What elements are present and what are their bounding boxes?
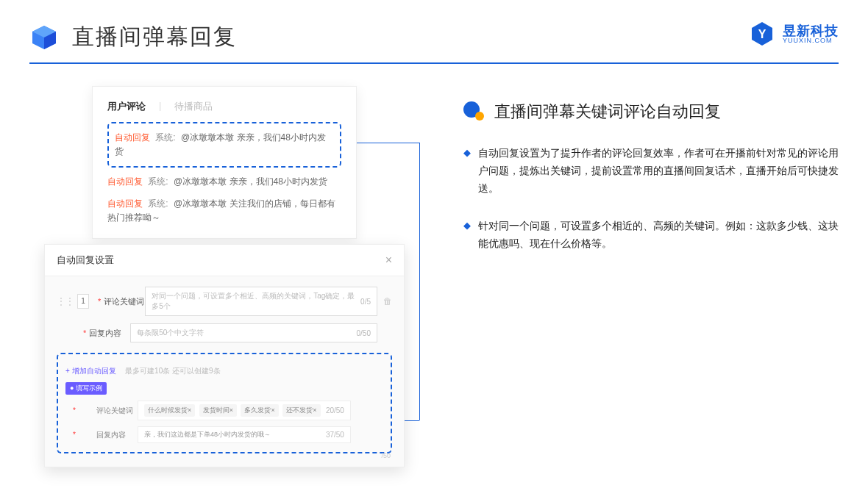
card-tabs: 用户评论 | 待播商品	[107, 100, 341, 113]
required-mark: *	[73, 406, 76, 415]
chip[interactable]: 发货时间×	[199, 404, 237, 417]
overflow-count: /50	[381, 452, 391, 459]
right-panel: 直播间弹幕关键词评论自动回复 ◆ 自动回复设置为了提升作者的评论回复效率，作者可…	[412, 86, 839, 273]
brand-cn: 昱新科技	[783, 24, 839, 37]
highlighted-reply: 自动回复 系统: @冰墩墩本墩 亲亲，我们48小时内发货	[107, 122, 341, 168]
chip[interactable]: 多久发货×	[241, 404, 278, 417]
bullet-text: 自动回复设置为了提升作者的评论回复效率，作者可在开播前针对常见的评论用户问题，提…	[478, 145, 839, 197]
bullet-item: ◆ 自动回复设置为了提升作者的评论回复效率，作者可在开播前针对常见的评论用户问题…	[463, 145, 839, 197]
ex-reply-text: 亲，我们这边都是下单48小时内发货的哦～	[144, 430, 271, 439]
system-tag: 系统:	[148, 198, 168, 209]
char-count: 20/50	[326, 406, 344, 415]
connector-line	[404, 420, 419, 421]
brand-en: YUUXIN.COM	[783, 37, 839, 44]
index-badge: 1	[77, 294, 89, 309]
left-panel: 用户评论 | 待播商品 自动回复 系统: @冰墩墩本墩 亲亲，我们48小时内发货…	[44, 86, 412, 273]
svg-text:Y: Y	[758, 28, 766, 40]
example-badge: ● 填写示例	[65, 382, 107, 395]
reply-label: 回复内容	[89, 328, 130, 339]
diamond-icon: ◆	[463, 220, 471, 253]
required-mark: *	[73, 431, 76, 439]
connector-line	[419, 143, 420, 420]
card-body: ⋮⋮ 1 * 评论关键词 对同一个问题，可设置多个相近、高频的关键词，Tag确定…	[45, 276, 404, 467]
add-hint: 最多可建10条 还可以创建9条	[125, 367, 220, 375]
chip-list: 什么时候发货× 发货时间× 多久发货× 还不发货×	[144, 404, 323, 417]
chip[interactable]: 什么时候发货×	[144, 404, 195, 417]
reply-input[interactable]: 每条限50个中文字符 0/50	[130, 323, 377, 342]
comment-line: 自动回复 系统: @冰墩墩本墩 亲亲，我们48小时内发货	[115, 131, 334, 159]
keyword-row: ⋮⋮ 1 * 评论关键词 对同一个问题，可设置多个相近、高频的关键词，Tag确定…	[57, 287, 392, 316]
comment-text: @冰墩墩本墩 亲亲，我们48小时内发货	[174, 176, 327, 187]
chip[interactable]: 还不发货×	[282, 404, 320, 417]
bubble-icon	[463, 101, 484, 122]
tab-divider: |	[159, 100, 161, 113]
diamond-icon: ◆	[463, 147, 471, 197]
comment-line: 自动回复 系统: @冰墩墩本墩 亲亲，我们48小时内发货	[107, 175, 341, 189]
char-count: 0/50	[357, 329, 371, 337]
example-box: + 增加自动回复 最多可建10条 还可以创建9条 ● 填写示例 * 评论关键词 …	[57, 353, 392, 453]
connector-line	[357, 143, 419, 143]
required-mark: *	[98, 297, 101, 306]
section-title-row: 直播间弹幕关键词评论自动回复	[463, 101, 839, 123]
keyword-label: 评论关键词	[104, 296, 145, 307]
drag-handle-icon[interactable]: ⋮⋮	[57, 296, 74, 306]
ex-keyword-label: 评论关键词	[96, 406, 138, 416]
bullet-text: 针对同一个问题，可设置多个相近的、高频的关键词。例如：这款多少钱、这块能优惠吗、…	[478, 218, 839, 253]
cube-icon	[29, 23, 59, 52]
bullet-item: ◆ 针对同一个问题，可设置多个相近的、高频的关键词。例如：这款多少钱、这块能优惠…	[463, 218, 839, 253]
example-keyword-row: * 评论关键词 什么时候发货× 发货时间× 多久发货× 还不发货× 20/50	[65, 401, 383, 420]
close-icon[interactable]: ×	[385, 254, 392, 267]
char-count: 0/5	[360, 298, 371, 306]
page-title: 直播间弹幕回复	[72, 22, 237, 52]
comments-card: 用户评论 | 待播商品 自动回复 系统: @冰墩墩本墩 亲亲，我们48小时内发货…	[92, 86, 357, 239]
system-tag: 系统:	[148, 176, 168, 187]
auto-reply-tag: 自动回复	[115, 132, 150, 143]
tab-user-comments[interactable]: 用户评论	[107, 100, 146, 113]
comment-line: 自动回复 系统: @冰墩墩本墩 关注我们的店铺，每日都有热门推荐呦～	[107, 197, 341, 225]
auto-reply-tag: 自动回复	[107, 176, 143, 187]
system-tag: 系统:	[155, 132, 175, 143]
section-title: 直播间弹幕关键词评论自动回复	[494, 101, 721, 123]
ex-keyword-input[interactable]: 什么时候发货× 发货时间× 多久发货× 还不发货× 20/50	[138, 401, 351, 420]
placeholder-text: 对同一个问题，可设置多个相近、高频的关键词，Tag确定，最多5个	[152, 291, 360, 312]
ex-reply-label: 回复内容	[96, 430, 138, 440]
add-reply-link[interactable]: + 增加自动回复	[65, 367, 116, 375]
auto-reply-tag: 自动回复	[107, 198, 143, 209]
keyword-input[interactable]: 对同一个问题，可设置多个相近、高频的关键词，Tag确定，最多5个 0/5	[145, 287, 377, 316]
delete-icon[interactable]: 🗑	[383, 296, 392, 306]
brand-logo: Y 昱新科技 YUUXIN.COM	[749, 21, 839, 47]
settings-card: 自动回复设置 × ⋮⋮ 1 * 评论关键词 对同一个问题，可设置多个相近、高频的…	[44, 244, 405, 467]
ex-reply-input[interactable]: 亲，我们这边都是下单48小时内发货的哦～ 37/50	[138, 426, 351, 443]
reply-row: * 回复内容 每条限50个中文字符 0/50	[57, 323, 392, 342]
char-count: 37/50	[326, 431, 344, 439]
required-mark: *	[83, 329, 86, 337]
brand-icon: Y	[749, 21, 775, 47]
placeholder-text: 每条限50个中文字符	[137, 328, 204, 338]
card-title: 自动回复设置	[57, 254, 114, 267]
slide-header: 直播间弹幕回复	[0, 0, 868, 52]
card-header: 自动回复设置 ×	[45, 245, 404, 276]
example-reply-row: * 回复内容 亲，我们这边都是下单48小时内发货的哦～ 37/50	[65, 426, 383, 443]
tab-pending-goods[interactable]: 待播商品	[174, 100, 213, 113]
